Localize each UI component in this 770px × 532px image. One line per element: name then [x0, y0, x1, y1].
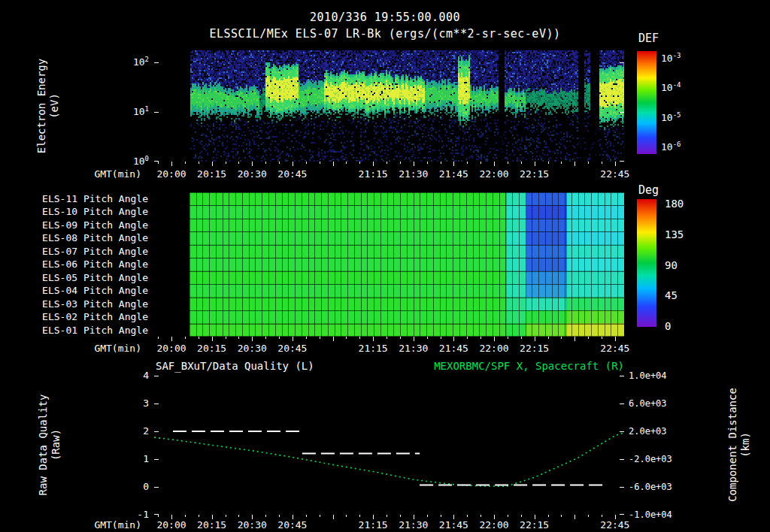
x-tick-label: 20:15 [197, 519, 226, 530]
x-minor-tick-mark [387, 162, 387, 164]
x-tick-label: 20:15 [197, 343, 226, 354]
x-tick-mark [494, 162, 495, 166]
p3-ylabel-right-line1: Component Distance [726, 388, 739, 502]
x-minor-tick-mark [480, 515, 481, 517]
x-tick-label: 22:45 [600, 519, 629, 530]
p3-y-tick-label-left: 1 [143, 453, 149, 464]
x-tick-label: 20:15 [197, 168, 226, 180]
colorbar-tick-label: 10-3 [661, 52, 681, 64]
colorbar-tick-label: 90 [665, 259, 678, 271]
x-tick-label: 22:00 [479, 168, 508, 180]
x-minor-tick-mark [387, 515, 387, 517]
x-minor-tick-mark [226, 162, 226, 164]
p3-y-tick-label-left: 2 [143, 425, 149, 437]
p1-ylabel-line2: (eV) [48, 59, 61, 153]
x-minor-tick-mark [548, 337, 549, 339]
p1-xticks [154, 162, 624, 168]
x-tick-mark [494, 337, 495, 341]
p1-y-tick-label: 101 [133, 105, 149, 117]
x-tick-mark [453, 162, 454, 166]
x-tick-mark [373, 162, 374, 166]
x-minor-tick-mark [602, 337, 602, 339]
x-minor-tick-mark [158, 162, 159, 164]
colorbar-tick-label: 10-6 [661, 141, 681, 153]
x-minor-tick-mark [508, 337, 508, 339]
x-minor-tick-mark [158, 337, 159, 339]
x-minor-tick-mark [561, 515, 562, 517]
x-tick-label: 20:00 [156, 168, 186, 180]
x-minor-tick-mark [467, 337, 468, 339]
x-tick-mark [252, 337, 253, 341]
colorbar-tick-label: 180 [665, 198, 684, 210]
pitch-row-label: ELS-08 Pitch Angle [42, 232, 148, 243]
x-minor-tick-mark [400, 337, 401, 339]
x-minor-tick-mark [400, 515, 401, 517]
x-minor-tick-mark [480, 162, 481, 164]
pitch-row-label: ELS-05 Pitch Angle [42, 272, 148, 283]
p3-y-tick-label-left: 0 [143, 481, 149, 492]
pitch-row-label: ELS-06 Pitch Angle [42, 258, 148, 270]
x-minor-tick-mark [521, 162, 522, 164]
x-minor-tick-mark [561, 162, 562, 164]
p2-colorbar-title: Deg [638, 183, 659, 197]
x-minor-tick-mark [588, 337, 589, 339]
p1-y-tick-label: 102 [133, 56, 149, 68]
p1-ylabel: Electron Energy (eV) [35, 59, 61, 153]
x-tick-label: 21:30 [399, 343, 428, 354]
x-minor-tick-mark [561, 337, 562, 339]
x-tick-label: 22:45 [600, 343, 629, 354]
colorbar-tick-label: 0 [665, 320, 671, 332]
x-tick-mark [535, 337, 535, 341]
p2-xticks [154, 337, 624, 343]
p3-xtick-labels: 20:0020:1520:3020:4521:1521:3021:4522:00… [154, 519, 624, 531]
x-minor-tick-mark [548, 162, 549, 164]
pitch-row-label: ELS-09 Pitch Angle [42, 219, 148, 231]
x-tick-mark [252, 162, 253, 166]
x-tick-label: 22:15 [520, 168, 549, 180]
x-minor-tick-mark [441, 337, 441, 339]
p3-ylabel-right: Component Distance (km) [726, 388, 752, 502]
x-minor-tick-mark [320, 337, 320, 339]
x-minor-tick-mark [265, 515, 266, 517]
p2-xtick-labels: 20:0020:1520:3020:4521:1521:3021:4522:00… [154, 343, 624, 355]
x-minor-tick-mark [508, 515, 508, 517]
x-tick-label: 20:30 [238, 343, 267, 354]
spectrogram-canvas [154, 50, 624, 162]
x-tick-label: 21:15 [359, 168, 388, 180]
p3-y-tick-label-left: 4 [143, 370, 149, 381]
x-minor-tick-mark [427, 162, 428, 164]
x-tick-mark [293, 337, 293, 341]
p2-row-labels: ELS-11 Pitch AngleELS-10 Pitch AngleELS-… [41, 192, 148, 337]
pitch-row-label: ELS-10 Pitch Angle [42, 206, 148, 217]
x-minor-tick-mark [359, 337, 360, 339]
x-minor-tick-mark [226, 337, 226, 339]
x-minor-tick-mark [602, 162, 602, 164]
x-minor-tick-mark [441, 162, 441, 164]
x-minor-tick-mark [265, 162, 266, 164]
colorbar-tick-label: 135 [665, 228, 684, 240]
x-tick-mark [414, 337, 414, 341]
x-tick-label: 21:30 [399, 519, 428, 530]
x-minor-tick-mark [441, 515, 441, 517]
x-minor-tick-mark [602, 515, 602, 517]
p2-colorbar [637, 199, 656, 327]
x-tick-label: 21:45 [439, 519, 468, 530]
x-minor-tick-mark [320, 515, 320, 517]
x-tick-label: 20:45 [277, 168, 307, 180]
x-tick-label: 20:30 [238, 168, 267, 180]
x-minor-tick-mark [306, 515, 307, 517]
x-minor-tick-mark [226, 515, 226, 517]
x-minor-tick-mark [238, 162, 239, 164]
x-tick-label: 22:45 [600, 168, 629, 180]
p3-ylabel-left-line2: (Raw) [50, 394, 62, 496]
pitch-row-label: ELS-02 Pitch Angle [42, 311, 148, 322]
p3-ylabel-left: Raw Data Quality (Raw) [37, 394, 62, 496]
x-tick-mark [574, 162, 575, 166]
line-plot-canvas [154, 376, 624, 515]
x-minor-tick-mark [346, 337, 347, 339]
x-tick-mark [535, 162, 535, 166]
p3-ylabel-left-line1: Raw Data Quality [37, 394, 50, 496]
x-tick-mark [333, 337, 334, 341]
x-minor-tick-mark [480, 337, 481, 339]
x-minor-tick-mark [427, 337, 428, 339]
